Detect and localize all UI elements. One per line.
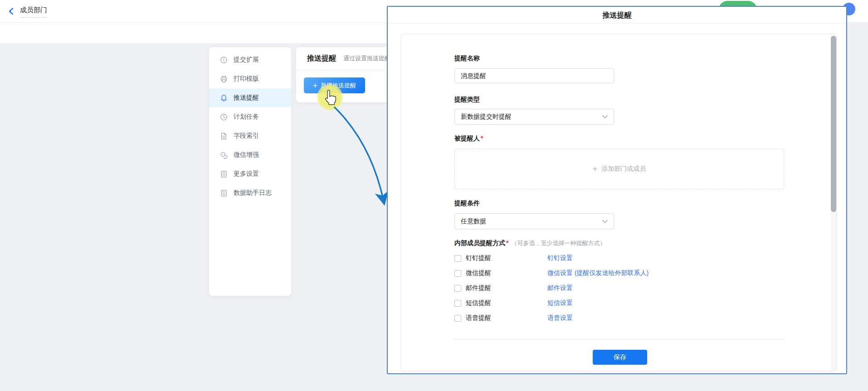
voice-settings-link[interactable]: 语音设置 [547,314,573,322]
sidebar-item-push-reminder[interactable]: 推送提醒 [209,88,291,107]
sidebar-item-label: 提交扩展 [234,56,259,64]
panel-title: 推送提醒 [307,54,336,63]
method-row-email: 邮件提醒 邮件设置 [454,284,573,293]
voice-checkbox[interactable] [454,315,461,322]
sidebar-item-label: 微信增强 [234,151,259,159]
page-title: 成员部门 [20,5,47,18]
bell-icon [220,94,228,102]
modal-form-card: 提醒名称 提醒类型 新数据提交时提醒 被提醒人* + 添加部门或成员 提醒条件 … [401,34,837,372]
form-divider [454,339,785,339]
breadcrumb[interactable]: 成员部门 [7,0,47,23]
wechat-checkbox[interactable] [454,270,461,277]
recipient-label: 被提醒人* [454,134,483,143]
plus-icon: + [313,82,317,89]
clock-icon [220,113,228,121]
chevron-down-icon [602,220,608,223]
info-icon [220,56,228,64]
modal-title: 推送提醒 [388,7,846,24]
email-settings-link[interactable]: 邮件设置 [547,284,573,292]
settings-sidebar: 提交扩展 打印模版 推送提醒 计划任务 字段索引 微信增强 更多设置 数据助手 [209,47,291,296]
reminder-type-value: 新数据提交时提醒 [461,113,512,121]
dingtalk-settings-link[interactable]: 钉钉设置 [547,254,573,262]
modal-scrollbar-thumb[interactable] [831,36,836,212]
sms-settings-link[interactable]: 短信设置 [547,299,573,307]
sidebar-item-label: 数据助手日志 [234,189,272,197]
method-label: 邮件提醒 [466,284,547,292]
method-row-dingtalk: 钉钉提醒 钉钉设置 [454,254,573,263]
plus-icon: + [593,165,598,173]
condition-select[interactable]: 任意数据 [454,213,614,229]
sidebar-item-submit-extension[interactable]: 提交扩展 [209,50,291,69]
file-icon [220,132,228,140]
modal-scrollbar-track[interactable] [831,34,836,371]
condition-value: 任意数据 [461,217,486,226]
list-icon [220,189,228,197]
sidebar-item-print-template[interactable]: 打印模版 [209,69,291,88]
tutorial-arrow [317,100,395,213]
push-reminder-modal: 推送提醒 提醒名称 提醒类型 新数据提交时提醒 被提醒人* + 添加部门或成员 … [387,6,847,374]
sidebar-item-more-settings[interactable]: 更多设置 [209,164,291,183]
condition-label: 提醒条件 [454,198,480,208]
reminder-name-input[interactable] [454,68,614,83]
email-checkbox[interactable] [454,285,461,292]
list-icon [220,170,228,178]
sidebar-item-label: 计划任务 [234,113,259,121]
save-button[interactable]: 保存 [593,350,647,365]
methods-note: （可多选，至少选择一种提醒方式） [511,240,605,246]
printer-icon [220,75,228,83]
method-label: 短信提醒 [466,299,547,307]
hand-cursor-icon [323,89,337,106]
wechat-icon [220,151,228,159]
method-row-voice: 语音提醒 语音设置 [454,314,573,323]
required-asterisk: * [481,135,483,142]
required-asterisk: * [506,239,508,246]
reminder-type-select[interactable]: 新数据提交时提醒 [454,109,614,125]
add-recipient-dropzone[interactable]: + 添加部门或成员 [454,149,784,189]
sidebar-item-label: 推送提醒 [234,94,259,102]
dingtalk-checkbox[interactable] [454,255,461,262]
method-label: 微信提醒 [466,269,547,277]
app-window: 成员部门 提交扩展 打印模版 推送提醒 计划任务 字段索引 微信增强 [0,0,868,391]
methods-label: 内部成员提醒方式*（可多选，至少选择一种提醒方式） [454,238,605,247]
sms-checkbox[interactable] [454,300,461,307]
sidebar-item-wechat-enhance[interactable]: 微信增强 [209,145,291,164]
add-recipient-label: 添加部门或成员 [601,165,646,173]
method-label: 钉钉提醒 [466,254,547,262]
sidebar-item-scheduled-tasks[interactable]: 计划任务 [209,107,291,126]
method-row-wechat: 微信提醒 微信设置 (提醒仅发送给外部联系人) [454,269,649,278]
sidebar-item-data-assistant-log[interactable]: 数据助手日志 [209,183,291,203]
sidebar-item-field-index[interactable]: 字段索引 [209,126,291,145]
sidebar-item-label: 更多设置 [234,170,259,178]
method-label: 语音提醒 [466,314,547,322]
wechat-settings-link[interactable]: 微信设置 (提醒仅发送给外部联系人) [547,269,649,277]
name-label: 提醒名称 [454,53,480,63]
sidebar-item-label: 字段索引 [234,132,259,140]
panel-subtitle: 通过设置推送提醒 [343,54,390,63]
sidebar-item-label: 打印模版 [234,75,259,83]
type-label: 提醒类型 [454,95,480,104]
chevron-down-icon [602,115,608,119]
method-row-sms: 短信提醒 短信设置 [454,299,573,308]
back-chevron-icon[interactable] [7,7,15,15]
